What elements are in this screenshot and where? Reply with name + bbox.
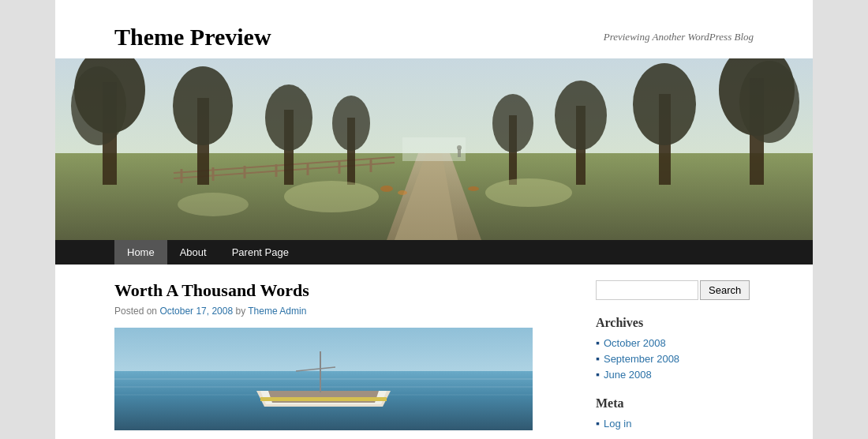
meta-item-0[interactable]: Log in [596,417,754,430]
nav-link-about[interactable]: About [167,240,219,265]
svg-point-24 [739,61,799,143]
archive-link-0[interactable]: October 2008 [604,337,666,349]
nav-item-home[interactable]: Home [114,240,167,265]
archives-section: Archives October 2008 September 2008 Jun… [596,316,754,381]
search-input[interactable] [596,280,698,300]
svg-point-31 [284,181,379,212]
content-area: Worth A Thousand Words Posted on October… [55,265,813,439]
nav-list: Home About Parent Page [114,240,754,265]
post-author-prefix: by [235,306,248,317]
post-image [114,328,533,430]
site-header: Theme Preview Previewing Another WordPre… [55,16,813,58]
svg-point-33 [178,193,249,216]
archive-item-0[interactable]: October 2008 [596,336,754,349]
archive-item-1[interactable]: September 2008 [596,352,754,365]
svg-point-32 [485,178,572,207]
main-content: Worth A Thousand Words Posted on October… [114,280,564,439]
svg-rect-39 [402,137,466,161]
svg-point-17 [173,66,233,145]
hero-svg [55,58,813,240]
svg-rect-46 [320,351,321,392]
hero-image [55,58,813,240]
post-title: Worth A Thousand Words [114,280,564,301]
svg-point-21 [332,96,370,151]
meta-link-login[interactable]: Log in [604,418,631,430]
svg-point-26 [633,63,696,145]
nav-link-parent[interactable]: Parent Page [219,240,301,265]
archive-link-1[interactable]: September 2008 [604,353,679,365]
post-image-boat-svg [114,328,533,430]
archives-title: Archives [596,316,754,330]
nav-bar: Home About Parent Page [55,240,813,265]
site-tagline: Previewing Another WordPress Blog [604,31,754,43]
nav-link-home[interactable]: Home [114,240,167,265]
svg-point-30 [492,94,533,152]
svg-point-36 [468,186,479,191]
post-meta-prefix: Posted on [114,306,157,317]
archives-list: October 2008 September 2008 June 2008 [596,336,754,381]
nav-item-parent[interactable]: Parent Page [219,240,301,265]
meta-section: Meta Log in [596,396,754,430]
svg-point-28 [555,81,607,150]
post-date-link[interactable]: October 17, 2008 [159,306,233,317]
svg-point-19 [265,84,312,151]
search-button[interactable]: Search [700,280,750,300]
svg-rect-45 [260,397,387,401]
site-title: Theme Preview [114,24,271,51]
search-box: Search [596,280,754,300]
archive-item-2[interactable]: June 2008 [596,368,754,381]
sidebar: Search Archives October 2008 September 2… [596,280,754,439]
svg-point-34 [380,186,393,192]
post-author-link[interactable]: Theme Admin [248,306,306,317]
page-wrapper: Theme Preview Previewing Another WordPre… [55,0,813,439]
svg-point-15 [71,66,126,145]
archive-link-2[interactable]: June 2008 [604,369,652,381]
post-meta: Posted on October 17, 2008 by Theme Admi… [114,306,564,317]
svg-point-35 [398,190,407,195]
nav-item-about[interactable]: About [167,240,219,265]
meta-list: Log in [596,417,754,430]
meta-title: Meta [596,396,754,411]
